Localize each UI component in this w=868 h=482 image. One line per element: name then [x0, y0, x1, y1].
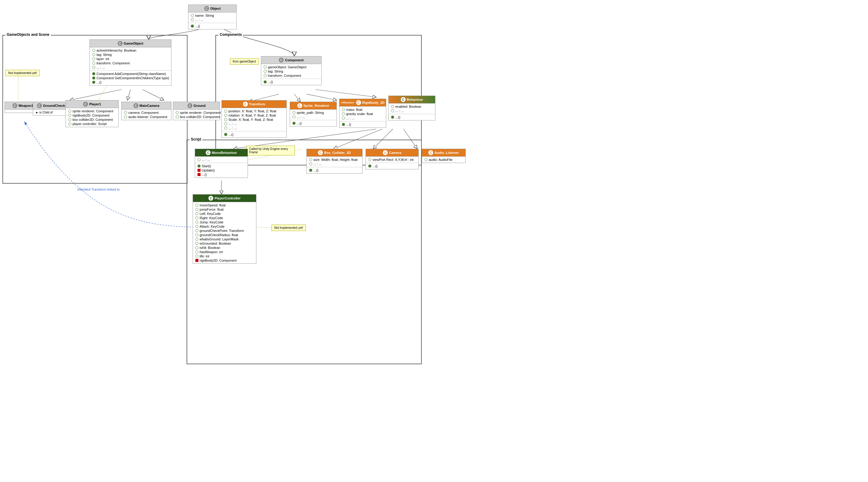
class-audio-listener-attrs: audio: AudioFile: [422, 157, 465, 163]
class-player1-icon: C: [83, 102, 88, 107]
class-playercontroller: C PlayerController moveSpeed: float jump…: [193, 194, 256, 264]
class-audio-listener-icon: C: [428, 150, 433, 155]
class-transform-attrs: position: X: float, Y: float, Z: float r…: [222, 108, 286, 131]
class-playercontroller-attrs: moveSpeed: float jumpForce: float Left: …: [193, 202, 256, 264]
class-camera-attrs: viewPort Rect: X,Y,W,H : int: [366, 157, 418, 163]
class-groundcheck-header: C GroundCheck: [33, 102, 69, 110]
class-groundcheck-icon: C: [37, 103, 42, 108]
class-ground-attrs: sprite renderer: Component box collider2…: [173, 110, 220, 120]
class-maincamera-header: C MainCamera: [122, 102, 171, 110]
class-playercontroller-icon: C: [209, 196, 213, 201]
class-ground-header: C Ground: [173, 102, 220, 110]
class-sprite-renderer-attrs: sprite_path: String ... : ...: [290, 110, 337, 120]
class-camera-header: C Camera: [366, 149, 418, 157]
class-behaviour: C Behaviour enabled: Boolean ... : ... .…: [388, 96, 435, 121]
class-sprite-renderer: C Sprite_Renderer sprite_path: String ..…: [290, 102, 337, 127]
class-box-collider-name: Box_Collider_2D: [324, 151, 351, 154]
class-player1-header: C Player1: [66, 100, 118, 108]
class-object-icon: C: [204, 6, 209, 11]
class-ground-name: Ground: [193, 104, 206, 108]
class-ground-icon: C: [187, 103, 192, 108]
class-player1: C Player1 sprite renderer: Component rig…: [65, 100, 119, 127]
class-playercontroller-name: PlayerController: [215, 197, 241, 200]
class-component-attrs: gameObject: GameObject tag: String trans…: [261, 64, 321, 79]
note-not-implemented-1: Not Implemented yet!: [5, 70, 40, 76]
class-component-icon: C: [279, 58, 284, 63]
class-weapon1-icon: C: [12, 103, 17, 108]
note-not-implemented-2: Not Implemented yet!: [272, 224, 306, 231]
class-component: C Component gameObject: GameObject tag: …: [261, 56, 321, 85]
group-components-label: Components: [218, 32, 243, 37]
class-player1-name: Player1: [89, 102, 101, 106]
class-gameobject-name: GameObject: [124, 41, 144, 45]
class-behaviour-header: C Behaviour: [389, 96, 435, 103]
class-audio-listener-name: Audio_Listener: [434, 151, 459, 154]
class-monobehaviour-header: C MonoBehaviour: [195, 149, 248, 157]
class-rigidbody2d-attrs: mass: float gravity scale: float ... : .…: [340, 107, 386, 121]
class-sprite-renderer-icon: C: [297, 103, 302, 108]
class-transform-header: C Transform: [222, 100, 286, 108]
class-maincamera-name: MainCamera: [140, 104, 159, 108]
group-script-label: Script: [190, 137, 203, 142]
class-behaviour-icon: C: [401, 97, 406, 102]
class-player1-attrs: sprite renderer: Component rigidbody2D: …: [66, 108, 118, 127]
class-component-header: C Component: [261, 56, 321, 64]
class-box-collider-icon: C: [318, 150, 323, 155]
class-transform-name: Transform: [249, 102, 266, 106]
note-from-gameobject: from gameObject: [230, 58, 259, 65]
class-gameobject-methods: Component AddComponent(String className)…: [90, 71, 171, 85]
attr: name: String: [195, 14, 214, 17]
class-object-name: Object: [210, 7, 221, 10]
class-rigidbody2d: «Physics» C Rigidbody_2D mass: float gra…: [339, 99, 386, 128]
group-gameobjects-label: GameObjects and Scene: [5, 32, 51, 37]
class-monobehaviour-attrs: ... : ...: [195, 157, 248, 163]
class-gameobject-header: C GameObject: [90, 40, 171, 47]
class-groundcheck: C GroundCheck ► is Child of: [33, 102, 69, 116]
class-transform: C Transform position: X: float, Y: float…: [221, 100, 287, 138]
class-rigidbody2d-icon: C: [356, 100, 361, 105]
class-groundcheck-name: GroundCheck: [43, 104, 65, 108]
class-gameobject-attrs: activeInHierarchy: Boolean tag: String l…: [90, 47, 171, 71]
method: ...(): [195, 24, 200, 28]
class-gameobject-icon: C: [118, 41, 123, 46]
class-sprite-renderer-header: C Sprite_Renderer: [290, 102, 337, 110]
class-monobehaviour-name: MonoBehaviour: [212, 151, 237, 154]
class-object-attrs: name: String ... : ...: [188, 12, 236, 23]
class-audio-listener-header: C Audio_Listener: [422, 149, 465, 157]
class-camera-icon: C: [383, 150, 388, 155]
class-component-name: Component: [285, 58, 303, 62]
class-weapon1-name: Weapon1: [19, 104, 33, 108]
class-gameobject: C GameObject activeInHierarchy: Boolean …: [90, 39, 172, 86]
class-monobehaviour-icon: C: [206, 150, 211, 155]
class-sprite-renderer-name: Sprite_Renderer: [303, 104, 330, 108]
class-box-collider-header: C Box_Collider_2D: [307, 149, 362, 157]
class-box-collider-attrs: size: Width: float, Height: float ... : …: [307, 157, 362, 167]
class-playercontroller-header: C PlayerController: [193, 194, 256, 202]
class-maincamera: C MainCamera camera: Component audio lis…: [121, 102, 172, 120]
attr: ... : ...: [195, 18, 204, 22]
class-audio-listener: C Audio_Listener audio: AudioFile: [422, 149, 466, 163]
note-called-by-unity: Called by Unity Engine every Frame: [246, 146, 295, 155]
class-object-header: C Object: [188, 5, 236, 12]
class-box-collider-2d: C Box_Collider_2D size: Width: float, He…: [306, 149, 363, 174]
class-camera-name: Camera: [389, 151, 401, 154]
class-behaviour-attrs: enabled: Boolean ... : ...: [389, 103, 435, 114]
class-maincamera-attrs: camera: Component audio listener: Compon…: [122, 110, 171, 120]
class-transform-icon: C: [243, 102, 248, 107]
class-rigidbody2d-name: Rigidbody_2D: [362, 101, 385, 104]
class-rigidbody2d-header: «Physics» C Rigidbody_2D: [340, 99, 386, 107]
class-maincamera-icon: C: [133, 103, 138, 108]
class-component-methods: ...(): [261, 79, 321, 85]
class-object-methods: ...(): [188, 23, 236, 29]
class-camera: C Camera viewPort Rect: X,Y,W,H : int ..…: [366, 149, 419, 169]
class-behaviour-name: Behaviour: [407, 98, 423, 101]
class-monobehaviour: C MonoBehaviour ... : ... Start() Update…: [195, 149, 248, 178]
class-ground: C Ground sprite renderer: Component box …: [173, 102, 220, 120]
class-object: C Object name: String ... : ... ...(): [188, 5, 237, 29]
svg-text:Inherited Transform linked to: Inherited Transform linked to: [78, 188, 120, 191]
